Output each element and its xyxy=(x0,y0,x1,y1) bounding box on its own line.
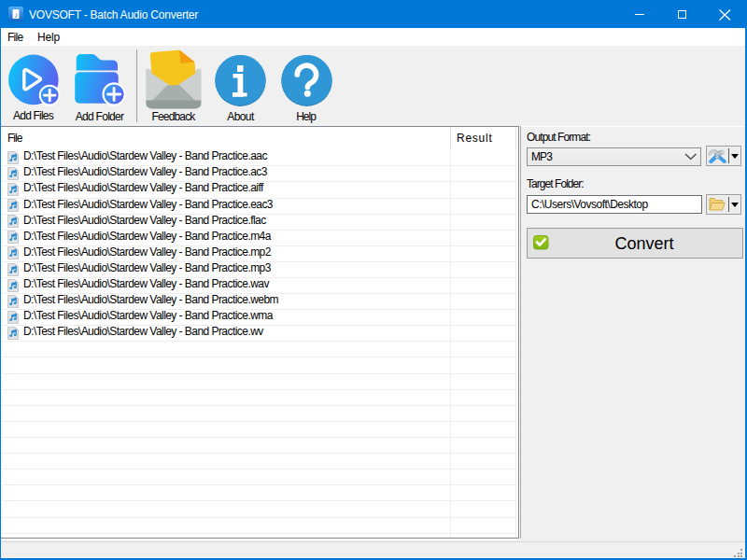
svg-text:♪: ♪ xyxy=(14,11,18,20)
